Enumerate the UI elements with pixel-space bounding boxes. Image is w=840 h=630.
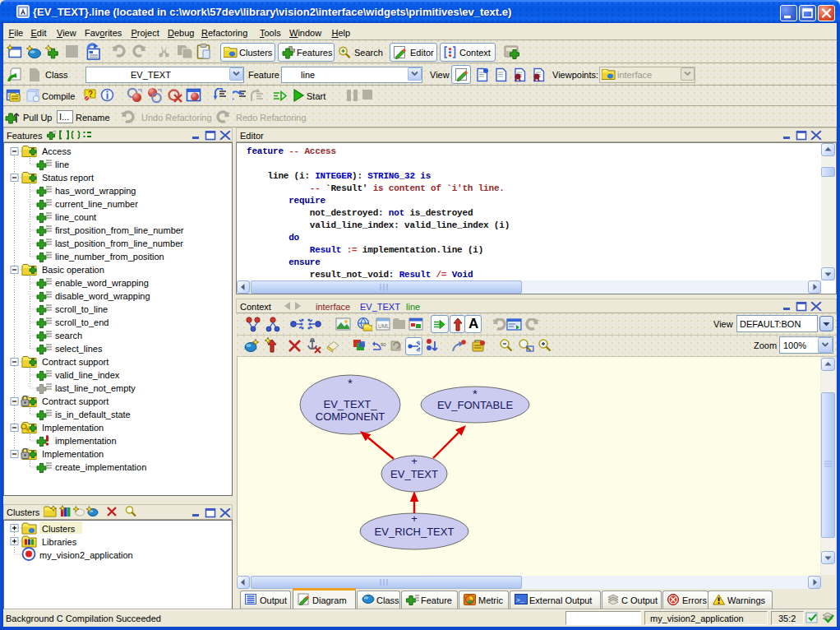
svg-text:EV_RICH_TEXT: EV_RICH_TEXT bbox=[375, 526, 455, 538]
svg-text:EV_FONTABLE: EV_FONTABLE bbox=[437, 399, 514, 411]
svg-text:90: 90 bbox=[381, 342, 386, 347]
svg-text:>_: >_ bbox=[516, 596, 524, 604]
svg-text:EV_TEXT: EV_TEXT bbox=[390, 468, 438, 480]
svg-text:+: + bbox=[411, 455, 418, 467]
svg-text:I...: I... bbox=[59, 112, 69, 122]
svg-text:*: * bbox=[348, 376, 353, 390]
svg-text:UML: UML bbox=[378, 323, 390, 329]
svg-text:EV_TEXT_: EV_TEXT_ bbox=[323, 398, 377, 410]
svg-text:COMPONENT: COMPONENT bbox=[316, 410, 385, 423]
svg-text:+: + bbox=[411, 512, 418, 525]
